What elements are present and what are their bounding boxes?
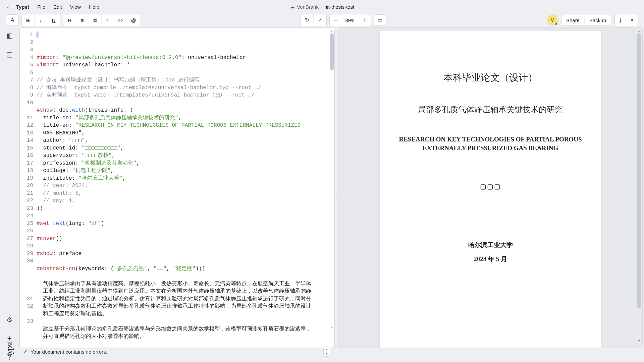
numbered-list-button[interactable]: ≣ bbox=[89, 14, 102, 26]
pane-splitter[interactable]: ⋮ bbox=[335, 27, 338, 362]
code-line[interactable]: 工业、纺织工业和测量仪器中得到广泛应用。本文在分析国内外气体静压轴承的基础上，以… bbox=[37, 288, 333, 295]
menu-help[interactable]: Help bbox=[85, 2, 103, 12]
code-line[interactable]: #import "@preview/universal-hit-thesis:0… bbox=[37, 54, 333, 62]
avatar-initial: V bbox=[551, 17, 554, 23]
code-line[interactable]: author: "▢▢▢", bbox=[37, 137, 333, 144]
menu-edit[interactable]: Edit bbox=[49, 2, 66, 12]
preview-scrollbar[interactable]: ▴ ▾ bbox=[637, 32, 641, 340]
back-arrow-icon[interactable]: ‹ bbox=[4, 3, 12, 10]
preview-title-cn: 局部多孔质气体静压轴承关键技术的研究 bbox=[396, 104, 584, 115]
code-line[interactable]: 析轴承的结构参数和工作参数对局部多孔质气体静压止推轴承工作特性的影响，为局部多孔… bbox=[37, 303, 333, 310]
preview-pane: 本科毕业论文（设计） 局部多孔质气体静压轴承关键技术的研究 RESEARCH O… bbox=[338, 27, 643, 348]
status-message: Your document contains no errors. bbox=[31, 349, 107, 355]
text-cursor bbox=[36, 32, 39, 38]
code-line[interactable]: title-en: "RESEARCH ON KEY TECHNOLOGIES … bbox=[37, 122, 333, 129]
code-line[interactable] bbox=[37, 273, 333, 280]
compile-button[interactable]: ✓ bbox=[314, 14, 326, 26]
scroll-up-icon[interactable]: ▴ bbox=[637, 29, 641, 33]
code-line[interactable]: #abstract-cn(keywords: ("多孔质石墨", "……", "… bbox=[37, 265, 333, 273]
scroll-down-icon[interactable]: ▾ bbox=[637, 339, 641, 343]
code-line[interactable]: )) bbox=[37, 205, 333, 213]
settings-icon[interactable]: ⚙ bbox=[5, 315, 14, 324]
preview-title-en: RESEARCH ON KEY TECHNOLOGIES OF PARTIAL … bbox=[396, 135, 584, 152]
presence-dot-icon bbox=[554, 22, 558, 26]
code-line[interactable]: profession: "机械制造及其自动化", bbox=[37, 160, 333, 167]
heading-button[interactable]: H bbox=[63, 14, 76, 26]
code-line[interactable] bbox=[37, 227, 333, 235]
code-line[interactable]: collage: "机电工程学院", bbox=[37, 167, 333, 175]
code-line[interactable]: // 参考 本科毕业论文（设计）书写范例（理工类）.doc 进行编写 bbox=[37, 76, 333, 84]
editor-scroll-thumb[interactable] bbox=[330, 33, 334, 70]
code-line[interactable]: // year: 2024, bbox=[37, 182, 333, 190]
code-line[interactable]: title-cn: "局部多孔质气体静压轴承关键技术的研究", bbox=[37, 114, 333, 122]
step-up-icon[interactable]: ▴ bbox=[324, 347, 330, 352]
page-stepper[interactable]: ▴ ▾ bbox=[323, 347, 330, 357]
code-line[interactable]: // 编译命令 typst compile ./templates/univer… bbox=[37, 84, 333, 92]
breadcrumb: ☁ VonBrank › hit-thesis-test bbox=[290, 4, 354, 10]
code-line[interactable]: // 实时预览 typst watch ./templates/universa… bbox=[37, 92, 333, 99]
bullet-list-button[interactable]: ≡ bbox=[76, 14, 89, 26]
code-line[interactable] bbox=[37, 212, 333, 220]
code-line[interactable] bbox=[37, 242, 333, 250]
zoom-value[interactable]: 89% bbox=[342, 17, 359, 23]
code-button[interactable]: <> bbox=[114, 14, 127, 26]
fit-page-button[interactable]: ▭ bbox=[374, 14, 386, 26]
zoom-group: − 89% + bbox=[329, 14, 371, 26]
mention-button[interactable]: @ bbox=[127, 14, 140, 26]
scroll-up-icon[interactable]: ▴ bbox=[330, 29, 334, 33]
code-line[interactable]: student-id: "▢▢▢▢▢▢▢▢▢▢", bbox=[37, 144, 333, 152]
scroll-down-icon[interactable]: ▾ bbox=[330, 325, 334, 329]
step-down-icon[interactable]: ▾ bbox=[324, 352, 330, 356]
avatar[interactable]: V bbox=[547, 15, 558, 25]
code-line[interactable] bbox=[37, 69, 333, 77]
code-line[interactable]: GAS BEARING", bbox=[37, 129, 333, 137]
code-line[interactable]: supervisor: "▢▢▢ 教授", bbox=[37, 152, 333, 160]
top-menu: ‹ Typst File Edit View Help ☁ VonBrank ›… bbox=[0, 0, 644, 13]
outline-icon[interactable]: ▥ bbox=[5, 50, 14, 59]
underline-button[interactable]: U bbox=[47, 14, 60, 26]
code-line[interactable]: 气体静压轴承由于具有运动精度高、摩擦损耗小、发热变形小、寿命长、无污染等特点，在… bbox=[37, 280, 333, 288]
menu-view[interactable]: View bbox=[66, 2, 85, 12]
preview-date: 2024 年 5 月 bbox=[396, 255, 584, 263]
preview-institute: 哈尔滨工业大学 bbox=[396, 241, 584, 249]
menu-app[interactable]: Typst bbox=[12, 2, 33, 12]
code-line[interactable] bbox=[37, 99, 333, 107]
code-line[interactable]: #set text(lang: "zh") bbox=[37, 220, 333, 228]
download-button[interactable]: ⭳ bbox=[615, 14, 626, 26]
undo-compile-button[interactable]: ↻ bbox=[301, 14, 314, 26]
code-line[interactable]: 态特性和稳定性为目的，通过理论分析、仿真计算和实验研究对局部多孔质气体静压止推轴… bbox=[37, 295, 333, 303]
code-line[interactable]: #show: preface bbox=[37, 250, 333, 258]
code-line[interactable]: 并可直观描述孔隙的大小对渗透率的影响。 bbox=[37, 333, 333, 341]
code-line[interactable]: 和工程应用奠定理论基础。 bbox=[37, 310, 333, 318]
code-area[interactable]: 1234567891011121314151617181920212223242… bbox=[20, 28, 334, 348]
preview-scroll-thumb[interactable] bbox=[637, 33, 641, 308]
share-backup-group: Share Backup bbox=[561, 15, 611, 26]
editor-scrollbar[interactable]: ▴ ▾ bbox=[330, 32, 334, 327]
breadcrumb-current[interactable]: hit-thesis-test bbox=[324, 4, 354, 10]
preview-author: ▢▢▢ bbox=[396, 182, 584, 190]
download-group: ⭳ ▾ bbox=[614, 14, 638, 26]
menu-file[interactable]: File bbox=[33, 2, 49, 12]
code-line[interactable]: // day: 1, bbox=[37, 197, 333, 205]
share-button[interactable]: Share bbox=[561, 15, 585, 25]
italic-button[interactable]: I bbox=[35, 14, 47, 26]
text-style-button[interactable]: A̲ bbox=[6, 14, 19, 26]
code-line[interactable]: institute: "哈尔滨工业大学", bbox=[37, 175, 333, 182]
code-line[interactable]: #show: doc.with(thesis-info: ( bbox=[37, 107, 333, 114]
panel-toggle-icon[interactable]: ◧ bbox=[5, 31, 14, 40]
download-menu-button[interactable]: ▾ bbox=[626, 14, 638, 26]
backup-button[interactable]: Backup bbox=[585, 15, 611, 25]
line-gutter: 1234567891011121314151617181920212223242… bbox=[20, 28, 36, 348]
bold-button[interactable]: B bbox=[22, 14, 35, 26]
zoom-out-button[interactable]: − bbox=[330, 14, 342, 26]
code-line[interactable]: #import universal-bachelor: * bbox=[37, 61, 333, 69]
code-line[interactable]: // month: 5, bbox=[37, 190, 333, 197]
code-line[interactable]: 建立基于分形几何理论的多孔质石墨渗透率与分形维数之间关系的数学模型，该模型可预测… bbox=[37, 325, 333, 333]
code-line[interactable] bbox=[37, 318, 333, 325]
math-button[interactable]: Σ bbox=[102, 14, 114, 26]
code-line[interactable]: #cover() bbox=[37, 235, 333, 243]
code-content[interactable]: #import "@preview/universal-hit-thesis:0… bbox=[36, 28, 334, 348]
code-line[interactable] bbox=[37, 257, 333, 265]
breadcrumb-owner[interactable]: VonBrank bbox=[297, 4, 319, 10]
zoom-in-button[interactable]: + bbox=[359, 14, 371, 26]
